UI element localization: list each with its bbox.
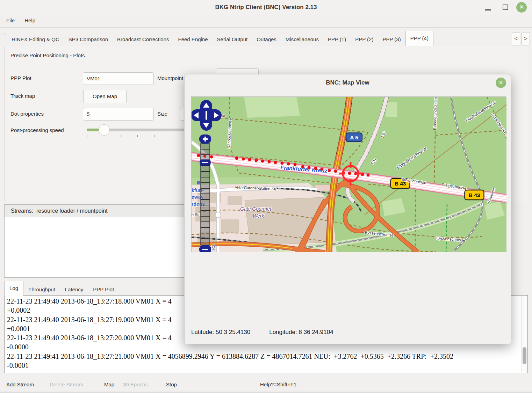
menu-bar: FileHelp xyxy=(0,15,532,28)
minimize-button[interactable] xyxy=(485,9,491,10)
slider-tick xyxy=(154,135,154,137)
titlebar: BKG Ntrip Client (BNC) Version 2.13 ✕ xyxy=(0,0,532,15)
log-tab-throughput[interactable]: Throughput xyxy=(23,284,60,296)
tab-sp3-comparison[interactable]: SP3 Comparison xyxy=(64,33,113,46)
svg-text:A 5: A 5 xyxy=(350,134,358,140)
track-dot xyxy=(308,166,311,169)
track-map-label: Track map xyxy=(10,93,35,99)
tab-serial-output[interactable]: Serial Output xyxy=(213,33,252,46)
map-view-dialog: BNC: Map View ✕ xyxy=(184,74,511,344)
close-button[interactable]: ✕ xyxy=(516,2,527,13)
open-map-button[interactable]: Open Map xyxy=(83,90,127,103)
slider-tick xyxy=(121,135,121,137)
slider-tick xyxy=(137,135,138,137)
app-window: BKG Ntrip Client (BNC) Version 2.13 ✕ Fi… xyxy=(0,0,532,393)
bottom-bar: Add StreamDelete StreamMap30 EpochsStop … xyxy=(0,373,532,393)
tab-ppp-2[interactable]: PPP (2) xyxy=(351,33,378,46)
ppp-plot-input[interactable]: VM01 xyxy=(83,72,154,85)
map-label: Gate Gourmet xyxy=(240,206,272,212)
slider-tick xyxy=(104,135,104,137)
track-dot xyxy=(197,154,200,157)
log-tab-latency[interactable]: Latency xyxy=(60,284,88,296)
track-dot xyxy=(248,158,251,161)
map-zoom-control[interactable] xyxy=(199,134,211,252)
dialog-close-button[interactable]: ✕ xyxy=(496,78,506,88)
tab-feed-engine[interactable]: Feed Engine xyxy=(174,33,213,46)
maximize-button[interactable] xyxy=(503,5,508,10)
log-line: -0.0001 xyxy=(5,361,527,370)
latitude-value: Latitude: 50 3 25.4130 xyxy=(191,329,250,335)
help-hint: Help?=Shift+F1 xyxy=(260,381,296,387)
dot-properties-label: Dot-properties xyxy=(10,111,44,117)
track-dot xyxy=(367,174,370,177)
map-label: Rd. xyxy=(211,244,215,250)
window-title: BKG Ntrip Client (BNC) Version 2.13 xyxy=(0,0,532,15)
zoom-out-button xyxy=(199,245,211,252)
post-processing-speed-label: Post-processing speed xyxy=(10,127,64,133)
coordinates-readout: Latitude: 50 3 25.4130Longitude: 8 36 24… xyxy=(191,329,352,336)
track-dot xyxy=(210,155,213,159)
track-dot xyxy=(321,168,324,171)
map-label: rt-Str. xyxy=(192,212,201,217)
tab-bar: RINEX Editing & QCSP3 ComparisonBroadcas… xyxy=(0,31,532,46)
track-dot xyxy=(294,163,297,166)
tab-ppp-4[interactable]: PPP (4) xyxy=(405,31,433,46)
log-scrollbar[interactable] xyxy=(521,296,527,372)
dialog-title: BNC: Map View xyxy=(185,74,511,91)
track-dot xyxy=(261,160,264,163)
add-stream-button[interactable]: Add Stream xyxy=(6,381,34,387)
ppp-plot-label: PPP Plot xyxy=(10,75,31,81)
track-dot xyxy=(301,165,304,168)
speed-slider-handle[interactable] xyxy=(99,124,110,136)
track-dot xyxy=(255,159,258,162)
menu-file[interactable]: File xyxy=(6,17,15,23)
tab-ppp-3[interactable]: PPP (3) xyxy=(378,33,405,46)
track-dot xyxy=(242,158,245,161)
slider-tick xyxy=(171,135,171,137)
tab-outages[interactable]: Outages xyxy=(252,33,281,46)
track-dot xyxy=(274,161,277,164)
dot-properties-input[interactable]: 5 xyxy=(83,108,154,121)
tab-rinex-editing-qc[interactable]: RINEX Editing & QC xyxy=(7,33,64,46)
window-bottom-edge xyxy=(0,392,532,393)
log-tab-bar: LogThroughputLatencyPPP Plot xyxy=(4,281,119,296)
longitude-value: Longitude: 8 36 24.9104 xyxy=(269,329,333,335)
track-dot xyxy=(328,169,331,172)
tab-miscellaneous[interactable]: Miscellaneous xyxy=(281,33,323,46)
svg-text:B 43: B 43 xyxy=(469,192,480,198)
log-scrollbar-thumb[interactable] xyxy=(523,347,526,364)
log-tab-log[interactable]: Log xyxy=(4,281,23,296)
track-dot xyxy=(235,157,238,160)
map-button[interactable]: Map xyxy=(104,381,114,387)
pane-heading: Precise Point Positioning - Plots. xyxy=(10,52,86,58)
log-tab-ppp-plot[interactable]: PPP Plot xyxy=(88,284,119,296)
menu-help[interactable]: Help xyxy=(24,17,35,23)
track-dot xyxy=(287,162,290,166)
map-label: Werk xyxy=(253,213,264,219)
track-dot xyxy=(268,160,271,163)
stop-button[interactable]: Stop xyxy=(166,381,177,387)
size-label: Size xyxy=(157,111,167,117)
log-line: 22-11-23 21:49:41 2013-06-18_13:27:21.00… xyxy=(5,352,527,361)
tab-overflow-stub xyxy=(3,33,6,46)
tab-scroll-left-button[interactable]: < xyxy=(512,32,520,45)
track-dot xyxy=(348,172,351,175)
map-canvas[interactable]: A 5B 43B 43 neiseRehbockschneiseJean-Gar… xyxy=(191,96,506,252)
track-dot xyxy=(334,170,337,173)
track-dot xyxy=(314,167,317,170)
poi-marker xyxy=(197,181,200,184)
track-dot xyxy=(281,162,284,165)
tab-ppp-1[interactable]: PPP (1) xyxy=(323,33,351,46)
delete-stream-button: Delete Stream xyxy=(50,381,83,387)
tab-broadcast-corrections[interactable]: Broadcast Corrections xyxy=(113,33,173,46)
mountpoint-label: Mountpoint xyxy=(157,75,183,81)
30-epochs-button: 30 Epochs xyxy=(123,381,148,387)
tab-scroll-right-button[interactable]: > xyxy=(522,32,530,45)
slider-tick xyxy=(87,135,87,137)
